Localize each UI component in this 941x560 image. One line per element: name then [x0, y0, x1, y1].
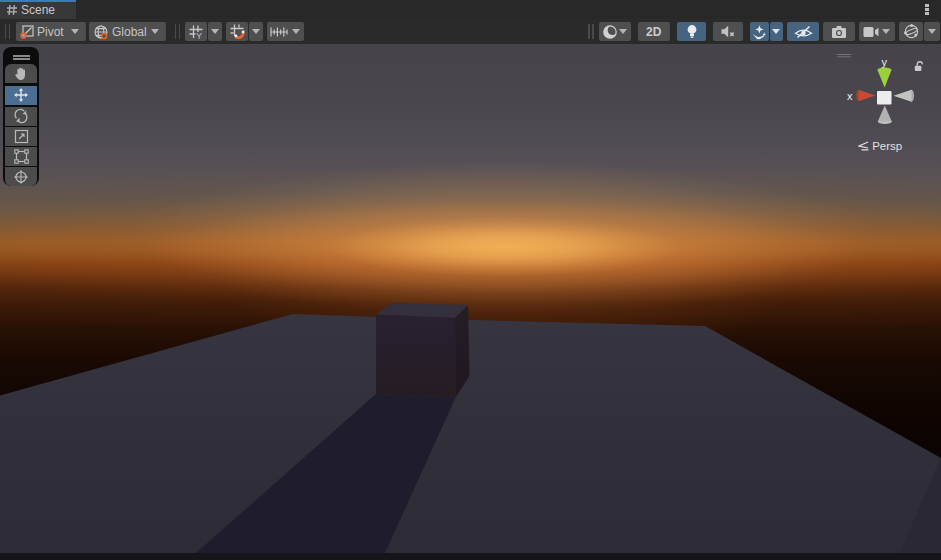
svg-text:y: y	[882, 56, 888, 68]
svg-text:x: x	[847, 90, 853, 102]
svg-text:Y: Y	[196, 30, 202, 40]
